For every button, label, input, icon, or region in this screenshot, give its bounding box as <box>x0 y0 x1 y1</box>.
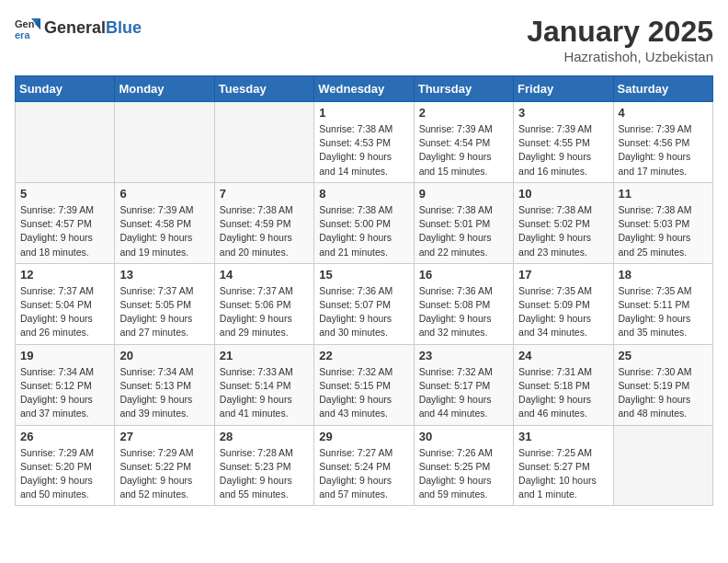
logo-general: General <box>44 18 106 37</box>
day-detail: Sunrise: 7:34 AM Sunset: 5:12 PM Dayligh… <box>20 365 109 421</box>
calendar-cell: 13Sunrise: 7:37 AM Sunset: 5:05 PM Dayli… <box>115 263 214 344</box>
calendar-week-row: 5Sunrise: 7:39 AM Sunset: 4:57 PM Daylig… <box>16 182 713 263</box>
calendar-cell: 11Sunrise: 7:38 AM Sunset: 5:03 PM Dayli… <box>613 182 712 263</box>
calendar-cell: 25Sunrise: 7:30 AM Sunset: 5:19 PM Dayli… <box>613 344 712 425</box>
calendar-week-row: 19Sunrise: 7:34 AM Sunset: 5:12 PM Dayli… <box>16 344 713 425</box>
day-detail: Sunrise: 7:35 AM Sunset: 5:09 PM Dayligh… <box>518 284 608 340</box>
calendar-cell: 9Sunrise: 7:38 AM Sunset: 5:01 PM Daylig… <box>414 182 513 263</box>
calendar-cell: 16Sunrise: 7:36 AM Sunset: 5:08 PM Dayli… <box>414 263 513 344</box>
day-number: 6 <box>119 187 209 201</box>
day-detail: Sunrise: 7:39 AM Sunset: 4:55 PM Dayligh… <box>518 122 608 178</box>
day-number: 27 <box>119 430 209 443</box>
day-number: 24 <box>518 349 608 362</box>
weekday-header: Thursday <box>414 76 513 102</box>
calendar-cell: 21Sunrise: 7:33 AM Sunset: 5:14 PM Dayli… <box>214 344 313 425</box>
day-number: 13 <box>119 268 209 282</box>
calendar-cell: 19Sunrise: 7:34 AM Sunset: 5:12 PM Dayli… <box>16 344 115 425</box>
day-number: 30 <box>419 430 508 443</box>
calendar-cell: 26Sunrise: 7:29 AM Sunset: 5:20 PM Dayli… <box>16 425 115 506</box>
weekday-header: Tuesday <box>214 76 313 102</box>
calendar-cell: 20Sunrise: 7:34 AM Sunset: 5:13 PM Dayli… <box>115 344 214 425</box>
calendar-cell: 17Sunrise: 7:35 AM Sunset: 5:09 PM Dayli… <box>514 263 613 344</box>
calendar-cell: 27Sunrise: 7:29 AM Sunset: 5:22 PM Dayli… <box>115 425 214 506</box>
weekday-header-row: SundayMondayTuesdayWednesdayThursdayFrid… <box>16 76 713 102</box>
weekday-header: Friday <box>514 76 613 102</box>
calendar-week-row: 1Sunrise: 7:38 AM Sunset: 4:53 PM Daylig… <box>16 102 713 183</box>
day-number: 12 <box>20 268 109 282</box>
day-detail: Sunrise: 7:38 AM Sunset: 4:59 PM Dayligh… <box>220 203 309 259</box>
page-header: Gen era GeneralBlue January 2025 Hazrati… <box>15 15 713 64</box>
day-detail: Sunrise: 7:36 AM Sunset: 5:07 PM Dayligh… <box>319 284 408 340</box>
day-number: 17 <box>518 268 608 282</box>
day-number: 8 <box>319 187 408 201</box>
day-detail: Sunrise: 7:38 AM Sunset: 5:00 PM Dayligh… <box>319 203 408 259</box>
calendar-week-row: 26Sunrise: 7:29 AM Sunset: 5:20 PM Dayli… <box>16 425 713 506</box>
day-detail: Sunrise: 7:39 AM Sunset: 4:58 PM Dayligh… <box>119 203 209 259</box>
day-detail: Sunrise: 7:32 AM Sunset: 5:15 PM Dayligh… <box>319 365 408 421</box>
day-detail: Sunrise: 7:28 AM Sunset: 5:23 PM Dayligh… <box>220 446 309 502</box>
day-number: 9 <box>419 187 508 201</box>
calendar-cell: 23Sunrise: 7:32 AM Sunset: 5:17 PM Dayli… <box>414 344 513 425</box>
month-title: January 2025 <box>527 15 713 49</box>
day-number: 25 <box>619 349 708 362</box>
day-detail: Sunrise: 7:26 AM Sunset: 5:25 PM Dayligh… <box>419 446 508 502</box>
day-number: 19 <box>20 349 109 362</box>
calendar-cell <box>115 102 214 183</box>
day-detail: Sunrise: 7:29 AM Sunset: 5:20 PM Dayligh… <box>20 446 109 502</box>
logo-blue: Blue <box>106 18 142 37</box>
day-number: 15 <box>319 268 408 282</box>
day-number: 20 <box>119 349 209 362</box>
svg-text:era: era <box>15 29 30 40</box>
day-detail: Sunrise: 7:27 AM Sunset: 5:24 PM Dayligh… <box>319 446 408 502</box>
day-detail: Sunrise: 7:39 AM Sunset: 4:56 PM Dayligh… <box>619 122 708 178</box>
logo: Gen era GeneralBlue <box>15 15 142 40</box>
day-detail: Sunrise: 7:38 AM Sunset: 5:01 PM Dayligh… <box>419 203 508 259</box>
day-number: 28 <box>220 430 309 443</box>
day-detail: Sunrise: 7:32 AM Sunset: 5:17 PM Dayligh… <box>419 365 508 421</box>
day-detail: Sunrise: 7:35 AM Sunset: 5:11 PM Dayligh… <box>619 284 708 340</box>
day-detail: Sunrise: 7:34 AM Sunset: 5:13 PM Dayligh… <box>119 365 209 421</box>
day-number: 2 <box>419 106 508 120</box>
calendar-cell: 5Sunrise: 7:39 AM Sunset: 4:57 PM Daylig… <box>16 182 115 263</box>
day-number: 11 <box>619 187 708 201</box>
calendar-cell: 6Sunrise: 7:39 AM Sunset: 4:58 PM Daylig… <box>115 182 214 263</box>
calendar-cell: 3Sunrise: 7:39 AM Sunset: 4:55 PM Daylig… <box>514 102 613 183</box>
calendar: SundayMondayTuesdayWednesdayThursdayFrid… <box>15 75 713 506</box>
calendar-cell: 18Sunrise: 7:35 AM Sunset: 5:11 PM Dayli… <box>613 263 712 344</box>
day-detail: Sunrise: 7:39 AM Sunset: 4:54 PM Dayligh… <box>419 122 508 178</box>
day-number: 31 <box>518 430 608 443</box>
calendar-cell: 10Sunrise: 7:38 AM Sunset: 5:02 PM Dayli… <box>514 182 613 263</box>
day-number: 23 <box>419 349 508 362</box>
day-number: 22 <box>319 349 408 362</box>
weekday-header: Saturday <box>613 76 712 102</box>
calendar-cell: 31Sunrise: 7:25 AM Sunset: 5:27 PM Dayli… <box>514 425 613 506</box>
calendar-cell: 24Sunrise: 7:31 AM Sunset: 5:18 PM Dayli… <box>514 344 613 425</box>
day-number: 5 <box>20 187 109 201</box>
calendar-cell: 4Sunrise: 7:39 AM Sunset: 4:56 PM Daylig… <box>613 102 712 183</box>
weekday-header: Sunday <box>16 76 115 102</box>
day-detail: Sunrise: 7:30 AM Sunset: 5:19 PM Dayligh… <box>619 365 708 421</box>
calendar-cell: 1Sunrise: 7:38 AM Sunset: 4:53 PM Daylig… <box>314 102 414 183</box>
weekday-header: Monday <box>115 76 214 102</box>
day-number: 1 <box>319 106 408 120</box>
title-area: January 2025 Hazratishoh, Uzbekistan <box>527 15 713 64</box>
weekday-header: Wednesday <box>314 76 414 102</box>
logo-icon: Gen era <box>15 15 40 40</box>
calendar-cell <box>16 102 115 183</box>
day-detail: Sunrise: 7:38 AM Sunset: 4:53 PM Dayligh… <box>319 122 408 178</box>
day-detail: Sunrise: 7:36 AM Sunset: 5:08 PM Dayligh… <box>419 284 508 340</box>
day-number: 21 <box>220 349 309 362</box>
calendar-cell: 8Sunrise: 7:38 AM Sunset: 5:00 PM Daylig… <box>314 182 414 263</box>
calendar-cell: 30Sunrise: 7:26 AM Sunset: 5:25 PM Dayli… <box>414 425 513 506</box>
calendar-cell <box>613 425 712 506</box>
calendar-cell: 7Sunrise: 7:38 AM Sunset: 4:59 PM Daylig… <box>214 182 313 263</box>
location: Hazratishoh, Uzbekistan <box>527 49 713 64</box>
day-number: 29 <box>319 430 408 443</box>
day-number: 4 <box>619 106 708 120</box>
day-number: 3 <box>518 106 608 120</box>
day-number: 10 <box>518 187 608 201</box>
calendar-cell: 15Sunrise: 7:36 AM Sunset: 5:07 PM Dayli… <box>314 263 414 344</box>
calendar-cell: 12Sunrise: 7:37 AM Sunset: 5:04 PM Dayli… <box>16 263 115 344</box>
day-detail: Sunrise: 7:37 AM Sunset: 5:04 PM Dayligh… <box>20 284 109 340</box>
day-detail: Sunrise: 7:38 AM Sunset: 5:03 PM Dayligh… <box>619 203 708 259</box>
